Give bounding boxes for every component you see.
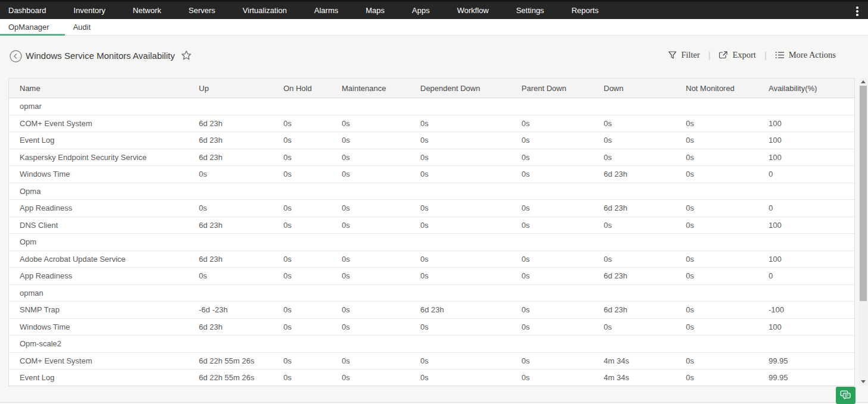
monitor-row[interactable]: Windows Time6d 23h0s0s0s0s0s0s100 (9, 319, 854, 336)
back-button[interactable] (10, 50, 22, 62)
monitor-row[interactable]: COM+ Event System6d 23h0s0s0s0s0s0s100 (9, 115, 854, 133)
monitor-name-cell: DNS Client (9, 221, 199, 230)
device-group-row[interactable]: Opm (9, 234, 854, 251)
monitor-row[interactable]: App Readiness0s0s0s0s0s6d 23h0s0 (9, 268, 854, 285)
value-cell: -100 (769, 305, 854, 314)
monitor-row[interactable]: SNMP Trap-6d -23h0s0s6d 23h0s6d 23h0s-10… (9, 302, 854, 319)
nav-item-apps[interactable]: Apps (412, 6, 430, 15)
value-cell: 0s (522, 271, 604, 280)
more-actions-button[interactable]: More Actions (775, 50, 836, 60)
device-group-row[interactable]: Opm-scale2 (9, 336, 854, 353)
value-cell: 0s (283, 271, 342, 280)
value-cell: 0s (686, 305, 769, 314)
monitor-name-cell: Adobe Acrobat Update Service (9, 255, 199, 264)
filter-button[interactable]: Filter (668, 50, 700, 60)
nav-item-settings[interactable]: Settings (516, 6, 544, 15)
top-nav-items: DashboardInventoryNetworkServersVirtuali… (0, 2, 626, 19)
value-cell: 6d 23h (199, 322, 283, 331)
value-cell: 0s (686, 136, 769, 145)
value-cell: 0 (769, 170, 854, 178)
nav-item-alarms[interactable]: Alarms (314, 6, 338, 15)
nav-item-servers[interactable]: Servers (189, 6, 216, 15)
value-cell: 0s (283, 170, 342, 178)
column-header-down[interactable]: Down (604, 84, 686, 93)
value-cell: 0s (342, 322, 420, 331)
column-header-up[interactable]: Up (199, 84, 283, 93)
tab-opmanager[interactable]: OpManager (0, 19, 65, 36)
value-cell: 6d 23h (199, 153, 283, 162)
chat-feedback-button[interactable] (836, 387, 855, 404)
value-cell: 99.95 (769, 356, 854, 365)
value-cell: 6d 23h (199, 221, 283, 230)
column-header-dependent-down[interactable]: Dependent Down (420, 84, 522, 93)
monitor-row[interactable]: App Readiness0s0s0s0s0s6d 23h0s0 (9, 200, 854, 217)
value-cell: 0s (283, 221, 342, 230)
value-cell: 0s (420, 356, 522, 365)
nav-item-workflow[interactable]: Workflow (457, 6, 489, 15)
value-cell: 0s (604, 136, 686, 145)
value-cell: 0s (522, 373, 604, 382)
title-row: Windows Service Monitors Availability Fi… (0, 49, 868, 68)
monitor-name-cell: Windows Time (9, 322, 199, 331)
favorite-star-icon[interactable] (181, 50, 192, 61)
nav-item-maps[interactable]: Maps (366, 6, 385, 15)
value-cell: 0s (686, 221, 769, 230)
value-cell: 0s (342, 203, 420, 212)
column-header-name[interactable]: Name (9, 84, 199, 93)
monitor-row[interactable]: Event Log6d 23h0s0s0s0s0s0s100 (9, 132, 854, 149)
monitor-row[interactable]: Event Log6d 22h 55m 26s0s0s0s0s4m 34s0s9… (9, 369, 854, 386)
value-cell: 0s (420, 203, 522, 212)
export-button[interactable]: Export (719, 50, 755, 60)
value-cell: 0s (420, 170, 522, 178)
column-header-on-hold[interactable]: On Hold (283, 84, 342, 93)
device-group-label: opman (9, 289, 854, 297)
value-cell: 0s (342, 373, 420, 382)
value-cell: 6d 23h (199, 136, 283, 145)
value-cell: 0s (283, 305, 342, 314)
value-cell: 0s (686, 356, 769, 365)
nav-item-dashboard[interactable]: Dashboard (8, 6, 46, 15)
value-cell: 0s (199, 203, 283, 212)
device-group-row[interactable]: Opma (9, 183, 854, 201)
scrollbar-up-arrow-icon[interactable] (859, 78, 867, 86)
tab-audit[interactable]: Audit (65, 19, 120, 36)
value-cell: 0s (686, 153, 769, 162)
value-cell: 100 (769, 153, 854, 162)
column-header-availability-[interactable]: Availability(%) (769, 84, 854, 93)
value-cell: 6d 23h (420, 305, 522, 314)
monitor-row[interactable]: Windows Time0s0s0s0s0s6d 23h0s0 (9, 166, 854, 183)
column-header-maintenance[interactable]: Maintenance (342, 84, 420, 93)
value-cell: 0s (342, 221, 420, 230)
scrollbar-down-arrow-icon[interactable] (859, 378, 867, 386)
monitor-row[interactable]: COM+ Event System6d 22h 55m 26s0s0s0s0s4… (9, 353, 854, 370)
monitor-row[interactable]: DNS Client6d 23h0s0s0s0s0s0s100 (9, 217, 854, 234)
value-cell: 6d 23h (199, 119, 283, 128)
nav-item-reports[interactable]: Reports (572, 6, 599, 15)
column-header-parent-down[interactable]: Parent Down (522, 84, 604, 93)
value-cell: 0s (686, 119, 769, 128)
value-cell: 0s (604, 255, 686, 264)
value-cell: 0s (199, 170, 283, 178)
monitor-row[interactable]: Kaspersky Endpoint Security Service6d 23… (9, 149, 854, 167)
vertical-scrollbar[interactable] (859, 78, 867, 386)
device-group-row[interactable]: opmar (9, 98, 854, 115)
nav-item-virtualization[interactable]: Virtualization (243, 6, 287, 15)
value-cell: 0s (522, 119, 604, 128)
kebab-menu-icon[interactable] (853, 5, 862, 18)
monitor-name-cell: Kaspersky Endpoint Security Service (9, 153, 199, 162)
value-cell: 6d 23h (199, 255, 283, 264)
table-body: opmarCOM+ Event System6d 23h0s0s0s0s0s0s… (9, 98, 854, 386)
value-cell: 4m 34s (604, 356, 686, 365)
action-label: More Actions (789, 50, 836, 60)
monitor-name-cell: App Readiness (9, 203, 199, 212)
scrollbar-thumb[interactable] (860, 86, 867, 301)
column-header-not-monitored[interactable]: Not Monitored (686, 84, 769, 93)
value-cell: 99.95 (769, 373, 854, 382)
value-cell: 100 (769, 221, 854, 230)
nav-item-network[interactable]: Network (133, 6, 161, 15)
monitor-name-cell: SNMP Trap (9, 305, 199, 314)
monitor-row[interactable]: Adobe Acrobat Update Service6d 23h0s0s0s… (9, 251, 854, 268)
device-group-row[interactable]: opman (9, 285, 854, 302)
nav-item-inventory[interactable]: Inventory (74, 6, 105, 15)
value-cell: 0s (283, 153, 342, 162)
